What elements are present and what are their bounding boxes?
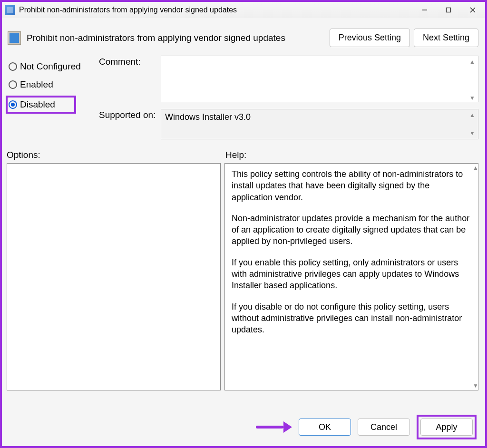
radio-disabled[interactable]: Disabled (9, 99, 55, 110)
help-paragraph: Non-administrator updates provide a mech… (232, 213, 471, 247)
radio-not-configured[interactable]: Not Configured (9, 61, 89, 72)
supported-on-label: Supported on: (99, 109, 161, 120)
panels-row: This policy setting controls the ability… (2, 163, 485, 390)
help-paragraph: If you disable or do not configure this … (232, 301, 471, 336)
annotation-highlight-disabled: Disabled (6, 96, 76, 114)
state-radio-group: Not Configured Enabled Disabled (9, 56, 89, 139)
help-panel-wrap: This policy setting controls the ability… (224, 163, 478, 390)
maximize-icon (445, 7, 452, 13)
scroll-up-icon[interactable]: ▲ (469, 112, 476, 118)
minimize-icon (421, 7, 428, 13)
supported-on-value: Windows Installer v3.0 (161, 109, 478, 139)
close-icon (469, 7, 476, 13)
radio-icon (9, 80, 17, 89)
options-panel (7, 163, 221, 390)
scroll-down-icon[interactable]: ▼ (469, 95, 476, 101)
help-paragraph: This policy setting controls the ability… (232, 168, 471, 203)
options-label: Options: (7, 150, 225, 160)
radio-label: Disabled (20, 99, 55, 110)
supported-wrap: Windows Installer v3.0 ▲ ▼ (161, 109, 478, 139)
help-panel[interactable]: This policy setting controls the ability… (224, 163, 478, 390)
policy-title: Prohibit non-administrators from applyin… (27, 33, 326, 43)
radio-label: Enabled (20, 79, 53, 90)
dialog-window: Prohibit non-administrators from applyin… (0, 0, 487, 448)
help-paragraph: If you enable this policy setting, only … (232, 257, 471, 292)
previous-setting-button[interactable]: Previous Setting (330, 29, 410, 47)
footer-buttons: OK Cancel Apply (256, 415, 477, 439)
radio-icon (9, 62, 17, 71)
next-setting-button[interactable]: Next Setting (414, 29, 478, 47)
radio-enabled[interactable]: Enabled (9, 79, 89, 90)
scroll-down-icon[interactable]: ▼ (472, 382, 479, 390)
close-button[interactable] (460, 2, 485, 18)
scroll-up-icon[interactable]: ▲ (469, 58, 476, 65)
policy-icon (8, 31, 21, 45)
header-row: Prohibit non-administrators from applyin… (2, 18, 485, 54)
ok-button[interactable]: OK (299, 419, 351, 436)
scroll-up-icon[interactable]: ▲ (472, 164, 479, 172)
fields-column: Comment: ▲ ▼ Supported on: Windows Insta… (99, 56, 478, 139)
window-controls (413, 2, 485, 18)
comment-input[interactable] (161, 56, 478, 102)
minimize-button[interactable] (413, 2, 437, 18)
help-label: Help: (225, 150, 478, 160)
radio-icon (9, 100, 17, 109)
scroll-down-icon[interactable]: ▼ (469, 130, 476, 136)
radio-label: Not Configured (20, 61, 81, 72)
annotation-highlight-apply: Apply (417, 415, 477, 439)
apply-button[interactable]: Apply (420, 419, 473, 436)
app-icon (5, 5, 15, 15)
maximize-button[interactable] (437, 2, 460, 18)
svg-rect-1 (447, 8, 451, 12)
titlebar: Prohibit non-administrators from applyin… (2, 2, 485, 18)
window-title: Prohibit non-administrators from applyin… (18, 6, 413, 14)
annotation-arrow (256, 422, 292, 432)
comment-label: Comment: (99, 56, 161, 67)
cancel-button[interactable]: Cancel (358, 419, 410, 436)
comment-wrap: ▲ ▼ (161, 56, 478, 104)
section-labels-row: Options: Help: (2, 139, 485, 163)
config-area: Not Configured Enabled Disabled Comment:… (2, 54, 485, 139)
